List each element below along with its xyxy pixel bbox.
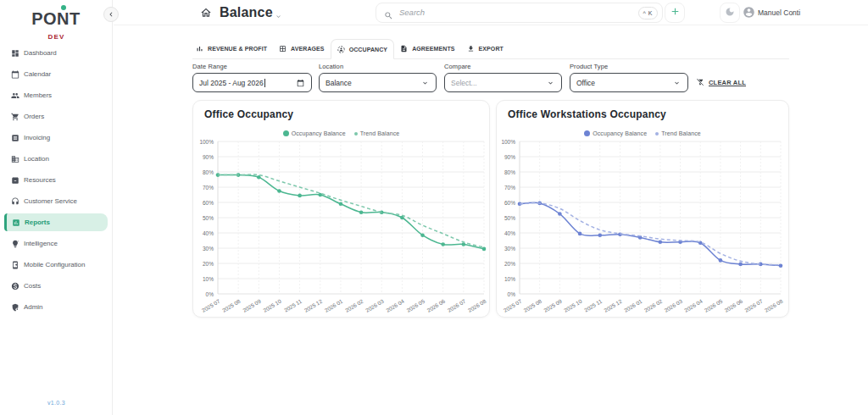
date-range-value: Jul 2025 - Aug 2026	[193, 79, 265, 87]
page-title[interactable]: Balance	[220, 0, 273, 25]
plus-icon	[670, 5, 681, 20]
chart-card-office-occupancy: Office OccupancyOccupancy BalanceTrend B…	[192, 100, 490, 318]
sidebar-item-customer-service[interactable]: Customer Service	[0, 191, 113, 212]
tab-export[interactable]: EXPORT	[461, 39, 509, 58]
members-icon	[11, 91, 19, 100]
chevron-down-icon	[547, 79, 554, 86]
svg-text:60%: 60%	[203, 200, 214, 206]
svg-text:2026 06: 2026 06	[426, 298, 446, 313]
svg-text:40%: 40%	[504, 230, 515, 236]
sidebar-item-reports[interactable]: Reports	[4, 213, 108, 231]
sidebar-item-intelligence[interactable]: Intelligence	[0, 233, 113, 254]
costs-dollar-icon	[11, 282, 19, 290]
tab-occupancy[interactable]: OCCUPANCY	[331, 39, 395, 59]
user-name[interactable]: Manuel Conti	[758, 0, 800, 25]
compare-select[interactable]: Select...	[444, 73, 562, 92]
legend-ring-swatch	[354, 132, 358, 136]
text-caret	[264, 79, 265, 87]
sidebar-item-resources[interactable]: Resources	[0, 169, 113, 191]
sidebar-nav: DashboardCalendarMembersOrdersInvoicingL…	[0, 42, 113, 318]
tab-agreements[interactable]: AGREEMENTS	[394, 39, 460, 58]
compare-value: Select...	[445, 79, 477, 87]
bar-chart-icon	[196, 45, 203, 53]
svg-text:80%: 80%	[504, 169, 515, 175]
legend-dot-swatch	[283, 130, 289, 136]
svg-text:40%: 40%	[203, 230, 214, 236]
svg-text:2026 08: 2026 08	[764, 298, 784, 313]
product-type-label: Product Type	[570, 63, 688, 70]
filter-off-icon	[696, 78, 704, 86]
clear-all-label: CLEAR ALL	[709, 79, 746, 86]
sidebar-item-label: Customer Service	[24, 197, 77, 205]
app-logo[interactable]: PONT	[0, 4, 112, 33]
svg-text:20%: 20%	[504, 261, 515, 267]
svg-text:10%: 10%	[504, 276, 515, 282]
sidebar-item-label: Resources	[24, 176, 56, 184]
sidebar-item-costs[interactable]: Costs	[0, 275, 113, 296]
mobile-config-icon	[11, 261, 19, 269]
dark-mode-toggle[interactable]	[720, 3, 740, 23]
clear-all-button[interactable]: CLEAR ALL	[696, 78, 746, 86]
dashboard-icon	[11, 49, 19, 58]
sidebar-item-label: Location	[24, 155, 49, 163]
line-chart-plot: 0%10%20%30%40%50%60%70%80%90%100%2025 07…	[497, 138, 790, 316]
chevron-left-icon	[107, 7, 115, 22]
legend-item-occupancy-balance[interactable]: Occupancy Balance	[283, 130, 346, 136]
sidebar-item-label: Invoicing	[24, 134, 50, 141]
date-range-input[interactable]: Jul 2025 - Aug 2026	[192, 73, 312, 92]
svg-text:2026 07: 2026 07	[447, 298, 467, 313]
location-building-icon	[11, 155, 19, 163]
svg-text:30%: 30%	[203, 246, 214, 252]
svg-text:50%: 50%	[504, 215, 515, 221]
sidebar-item-dashboard[interactable]: Dashboard	[0, 42, 113, 64]
tab-label: AGREEMENTS	[412, 46, 454, 52]
legend-label: Trend Balance	[661, 130, 701, 136]
svg-text:70%: 70%	[504, 185, 515, 191]
svg-text:70%: 70%	[203, 185, 214, 191]
location-value: Balance	[320, 79, 352, 87]
sidebar-item-label: Admin	[24, 303, 42, 311]
sidebar-collapse-button[interactable]	[103, 7, 119, 22]
svg-text:100%: 100%	[501, 139, 515, 145]
svg-text:2026 03: 2026 03	[663, 298, 683, 313]
sidebar-item-invoicing[interactable]: Invoicing	[0, 127, 113, 148]
line-chart-plot: 0%10%20%30%40%50%60%70%80%90%100%2025 07…	[193, 138, 491, 316]
sidebar-item-location[interactable]: Location	[0, 148, 113, 169]
invoicing-icon	[11, 134, 19, 142]
legend-item-occupancy-balance[interactable]: Occupancy Balance	[584, 130, 647, 136]
legend-item-trend-balance[interactable]: Trend Balance	[354, 130, 400, 136]
svg-text:10%: 10%	[203, 276, 214, 282]
sidebar-item-calendar[interactable]: Calendar	[0, 64, 113, 85]
svg-text:2025 10: 2025 10	[262, 298, 282, 313]
reports-icon	[12, 219, 20, 227]
tab-averages[interactable]: AVERAGES	[273, 39, 331, 58]
chart-legend: Occupancy BalanceTrend Balance	[497, 130, 788, 136]
svg-text:2026 02: 2026 02	[643, 298, 664, 313]
svg-text:2025 10: 2025 10	[563, 298, 583, 313]
svg-text:2025 07: 2025 07	[503, 298, 523, 313]
legend-item-trend-balance[interactable]: Trend Balance	[655, 130, 701, 136]
tab-revenue-profit[interactable]: REVENUE & PROFIT	[192, 39, 273, 58]
search-input[interactable]: Search ^ K	[376, 3, 663, 23]
svg-text:30%: 30%	[504, 246, 515, 252]
home-icon[interactable]	[200, 7, 212, 19]
search-shortcut-badge: ^ K	[638, 7, 658, 19]
admin-shield-icon	[11, 303, 19, 312]
add-button[interactable]	[665, 3, 685, 23]
sidebar-item-members[interactable]: Members	[0, 85, 113, 106]
product-type-filter: Product Type Office	[570, 63, 688, 92]
user-avatar[interactable]	[743, 6, 755, 19]
intelligence-bulb-icon	[11, 240, 19, 248]
product-type-select[interactable]: Office	[570, 73, 688, 92]
chevron-down-icon	[421, 79, 429, 86]
chevron-down-icon[interactable]	[275, 8, 282, 16]
sidebar-item-mobile-configuration[interactable]: Mobile Configuration	[0, 254, 113, 275]
svg-text:50%: 50%	[203, 215, 214, 221]
chevron-down-icon	[673, 79, 681, 86]
location-select[interactable]: Balance	[319, 73, 437, 92]
svg-text:2026 04: 2026 04	[385, 298, 405, 313]
sidebar-item-orders[interactable]: Orders	[0, 106, 113, 127]
customer-service-icon	[11, 197, 19, 206]
sidebar-item-admin[interactable]: Admin	[0, 296, 113, 318]
svg-text:2026 01: 2026 01	[623, 298, 643, 313]
